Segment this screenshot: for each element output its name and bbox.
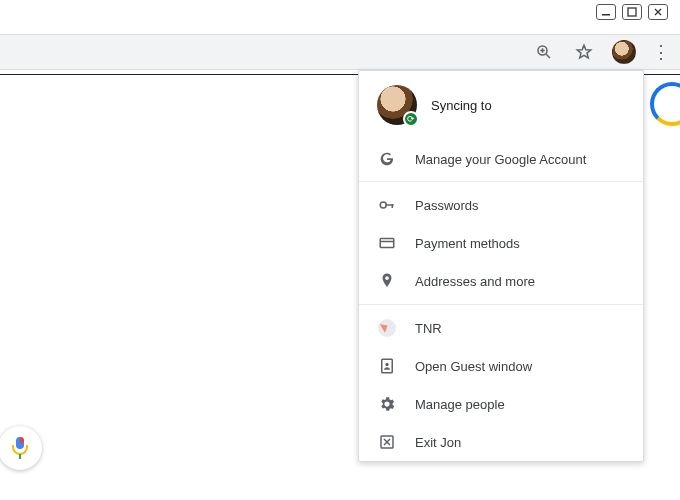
svg-rect-1: [628, 8, 636, 16]
menu-item-label: Addresses and more: [415, 274, 535, 289]
microphone-icon: [12, 437, 28, 459]
menu-item-label: Manage your Google Account: [415, 152, 586, 167]
overflow-menu-icon[interactable]: ⋮: [652, 41, 670, 63]
manage-people-item[interactable]: Manage people: [359, 385, 643, 423]
menu-item-label: Manage people: [415, 397, 505, 412]
menu-divider: [359, 304, 643, 305]
browser-toolbar: ⋮: [0, 34, 680, 70]
location-pin-icon: [377, 272, 397, 290]
profile-avatar-large: ⟳: [377, 85, 417, 125]
svg-rect-9: [392, 204, 394, 208]
menu-item-label: TNR: [415, 321, 442, 336]
voice-search-button[interactable]: [0, 426, 42, 470]
svg-point-7: [380, 202, 386, 208]
payment-methods-item[interactable]: Payment methods: [359, 224, 643, 262]
other-profile-item[interactable]: TNR: [359, 309, 643, 347]
svg-line-3: [546, 54, 550, 58]
profile-menu: ⟳ Syncing to Manage your Google Account …: [358, 70, 644, 462]
window-controls: [596, 4, 668, 20]
menu-divider: [359, 181, 643, 182]
passwords-item[interactable]: Passwords: [359, 186, 643, 224]
maximize-button[interactable]: [622, 4, 642, 20]
google-g-icon: [377, 151, 397, 167]
minimize-button[interactable]: [596, 4, 616, 20]
svg-rect-0: [602, 14, 610, 16]
close-button[interactable]: [648, 4, 668, 20]
key-icon: [377, 196, 397, 214]
profile-avatar-button[interactable]: [612, 40, 636, 64]
svg-rect-10: [380, 239, 394, 248]
svg-point-13: [385, 363, 388, 366]
guest-icon: [377, 357, 397, 375]
svg-marker-6: [577, 45, 591, 58]
profile-menu-header: ⟳ Syncing to: [359, 71, 643, 141]
manage-google-account-item[interactable]: Manage your Google Account: [359, 141, 643, 177]
syncing-label: Syncing to: [431, 98, 492, 113]
addresses-item[interactable]: Addresses and more: [359, 262, 643, 300]
google-color-ring: [650, 82, 680, 126]
menu-item-label: Exit Jon: [415, 435, 461, 450]
exit-icon: [377, 433, 397, 451]
menu-item-label: Payment methods: [415, 236, 520, 251]
open-guest-window-item[interactable]: Open Guest window: [359, 347, 643, 385]
menu-item-label: Open Guest window: [415, 359, 532, 374]
profile-tnr-icon: [377, 319, 397, 337]
sync-badge-icon: ⟳: [403, 111, 419, 127]
zoom-icon[interactable]: [532, 40, 556, 64]
exit-profile-item[interactable]: Exit Jon: [359, 423, 643, 461]
credit-card-icon: [377, 234, 397, 252]
menu-item-label: Passwords: [415, 198, 479, 213]
bookmark-star-icon[interactable]: [572, 40, 596, 64]
gear-icon: [377, 395, 397, 413]
